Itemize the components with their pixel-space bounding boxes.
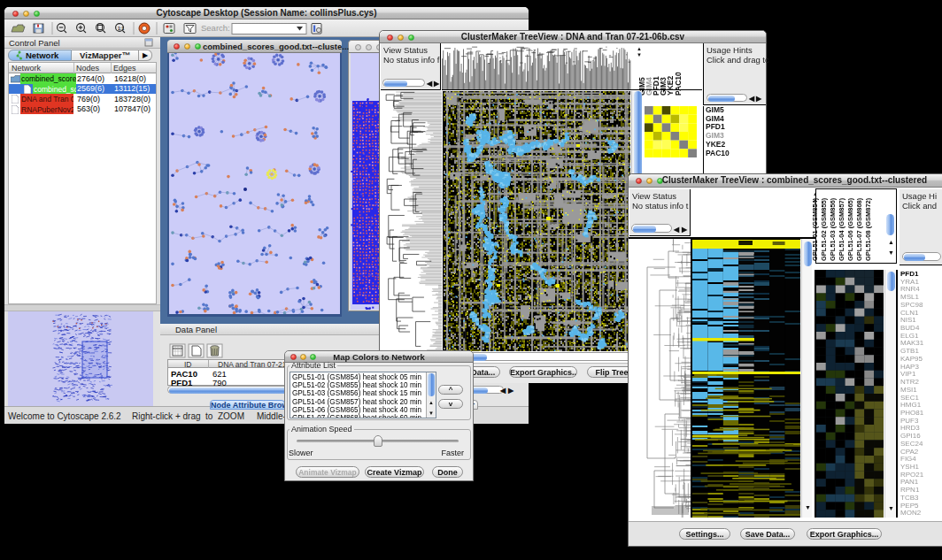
svg-text:1:1: 1:1 (118, 26, 124, 31)
svg-text:Search:: Search: (201, 23, 230, 33)
